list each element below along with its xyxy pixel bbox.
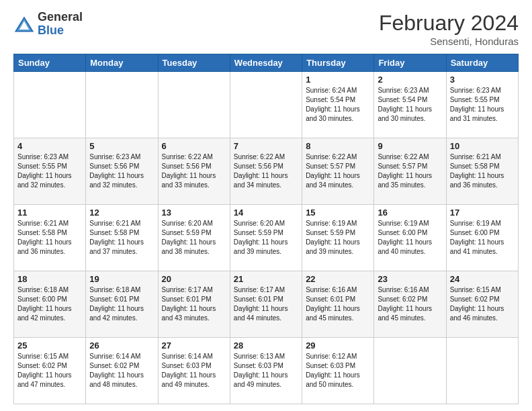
day-info: Sunrise: 6:16 AM Sunset: 6:02 PM Dayligh… [378, 285, 442, 323]
day-info: Sunrise: 6:19 AM Sunset: 5:59 PM Dayligh… [306, 219, 370, 257]
day-number: 12 [89, 208, 154, 218]
day-info: Sunrise: 6:20 AM Sunset: 5:59 PM Dayligh… [234, 219, 298, 257]
day-number: 20 [162, 274, 226, 284]
weekday-header-thursday: Thursday [302, 54, 374, 72]
day-info: Sunrise: 6:23 AM Sunset: 5:55 PM Dayligh… [450, 86, 515, 124]
calendar-cell: 26Sunrise: 6:14 AM Sunset: 6:02 PM Dayli… [86, 338, 158, 404]
calendar-cell: 7Sunrise: 6:22 AM Sunset: 5:56 PM Daylig… [230, 138, 302, 205]
day-number: 23 [378, 274, 442, 284]
day-info: Sunrise: 6:16 AM Sunset: 6:01 PM Dayligh… [306, 285, 370, 323]
day-info: Sunrise: 6:15 AM Sunset: 6:02 PM Dayligh… [450, 285, 515, 323]
header-right: February 2024 Sensenti, Honduras [379, 11, 519, 47]
week-row-3: 18Sunrise: 6:18 AM Sunset: 6:00 PM Dayli… [14, 271, 519, 338]
day-info: Sunrise: 6:22 AM Sunset: 5:57 PM Dayligh… [378, 152, 442, 190]
weekday-header-row: SundayMondayTuesdayWednesdayThursdayFrid… [14, 54, 519, 72]
calendar-cell: 23Sunrise: 6:16 AM Sunset: 6:02 PM Dayli… [374, 271, 446, 338]
calendar-cell: 14Sunrise: 6:20 AM Sunset: 5:59 PM Dayli… [230, 205, 302, 271]
day-info: Sunrise: 6:19 AM Sunset: 6:00 PM Dayligh… [378, 219, 442, 257]
day-info: Sunrise: 6:17 AM Sunset: 6:01 PM Dayligh… [234, 285, 298, 323]
day-number: 28 [234, 340, 298, 351]
calendar-cell: 2Sunrise: 6:23 AM Sunset: 5:54 PM Daylig… [374, 72, 446, 138]
day-number: 25 [17, 340, 82, 351]
calendar-cell: 16Sunrise: 6:19 AM Sunset: 6:00 PM Dayli… [374, 205, 446, 271]
day-number: 17 [450, 208, 515, 218]
calendar-table: SundayMondayTuesdayWednesdayThursdayFrid… [13, 54, 519, 404]
weekday-header-tuesday: Tuesday [158, 54, 230, 72]
day-info: Sunrise: 6:24 AM Sunset: 5:54 PM Dayligh… [306, 86, 370, 124]
day-number: 8 [306, 141, 370, 151]
day-info: Sunrise: 6:15 AM Sunset: 6:02 PM Dayligh… [17, 352, 82, 390]
location: Sensenti, Honduras [379, 36, 519, 47]
calendar-cell: 13Sunrise: 6:20 AM Sunset: 5:59 PM Dayli… [158, 205, 230, 271]
day-number: 10 [450, 141, 515, 151]
calendar-cell [230, 72, 302, 138]
day-number: 1 [306, 75, 370, 85]
day-number: 4 [17, 141, 82, 151]
day-number: 13 [162, 208, 226, 218]
calendar-cell [14, 72, 86, 138]
day-info: Sunrise: 6:22 AM Sunset: 5:56 PM Dayligh… [234, 152, 298, 190]
day-info: Sunrise: 6:14 AM Sunset: 6:03 PM Dayligh… [162, 352, 226, 390]
calendar-cell [374, 338, 446, 404]
day-info: Sunrise: 6:17 AM Sunset: 6:01 PM Dayligh… [162, 285, 226, 323]
day-number: 21 [234, 274, 298, 284]
day-number: 7 [234, 141, 298, 151]
calendar-cell: 5Sunrise: 6:23 AM Sunset: 5:56 PM Daylig… [86, 138, 158, 205]
calendar-cell: 21Sunrise: 6:17 AM Sunset: 6:01 PM Dayli… [230, 271, 302, 338]
calendar-cell: 17Sunrise: 6:19 AM Sunset: 6:00 PM Dayli… [446, 205, 518, 271]
day-number: 6 [162, 141, 226, 151]
day-info: Sunrise: 6:23 AM Sunset: 5:54 PM Dayligh… [378, 86, 442, 124]
calendar-cell: 24Sunrise: 6:15 AM Sunset: 6:02 PM Dayli… [446, 271, 518, 338]
logo-general-text: General [38, 11, 83, 24]
day-number: 19 [89, 274, 154, 284]
weekday-header-monday: Monday [86, 54, 158, 72]
calendar-cell [158, 72, 230, 138]
day-number: 27 [162, 340, 226, 351]
day-number: 9 [378, 141, 442, 151]
day-number: 5 [89, 141, 154, 151]
calendar-cell: 28Sunrise: 6:13 AM Sunset: 6:03 PM Dayli… [230, 338, 302, 404]
day-number: 15 [306, 208, 370, 218]
day-number: 16 [378, 208, 442, 218]
calendar-cell: 29Sunrise: 6:12 AM Sunset: 6:03 PM Dayli… [302, 338, 374, 404]
day-info: Sunrise: 6:22 AM Sunset: 5:56 PM Dayligh… [162, 152, 226, 190]
logo-blue-text: Blue [38, 24, 83, 38]
day-info: Sunrise: 6:14 AM Sunset: 6:02 PM Dayligh… [89, 352, 154, 390]
day-info: Sunrise: 6:21 AM Sunset: 5:58 PM Dayligh… [89, 219, 154, 257]
calendar-cell: 9Sunrise: 6:22 AM Sunset: 5:57 PM Daylig… [374, 138, 446, 205]
calendar-cell: 10Sunrise: 6:21 AM Sunset: 5:58 PM Dayli… [446, 138, 518, 205]
day-number: 18 [17, 274, 82, 284]
calendar-cell [446, 338, 518, 404]
calendar-cell: 18Sunrise: 6:18 AM Sunset: 6:00 PM Dayli… [14, 271, 86, 338]
calendar-cell: 19Sunrise: 6:18 AM Sunset: 6:01 PM Dayli… [86, 271, 158, 338]
day-info: Sunrise: 6:21 AM Sunset: 5:58 PM Dayligh… [450, 152, 515, 190]
page: General Blue February 2024 Sensenti, Hon… [0, 0, 532, 411]
calendar-cell: 12Sunrise: 6:21 AM Sunset: 5:58 PM Dayli… [86, 205, 158, 271]
day-number: 22 [306, 274, 370, 284]
day-info: Sunrise: 6:23 AM Sunset: 5:56 PM Dayligh… [89, 152, 154, 190]
calendar-cell: 15Sunrise: 6:19 AM Sunset: 5:59 PM Dayli… [302, 205, 374, 271]
calendar-cell: 4Sunrise: 6:23 AM Sunset: 5:55 PM Daylig… [14, 138, 86, 205]
calendar-cell [86, 72, 158, 138]
calendar-cell: 3Sunrise: 6:23 AM Sunset: 5:55 PM Daylig… [446, 72, 518, 138]
day-info: Sunrise: 6:18 AM Sunset: 6:00 PM Dayligh… [17, 285, 82, 323]
month-year: February 2024 [379, 11, 519, 36]
day-number: 29 [306, 340, 370, 351]
calendar-cell: 1Sunrise: 6:24 AM Sunset: 5:54 PM Daylig… [302, 72, 374, 138]
week-row-0: 1Sunrise: 6:24 AM Sunset: 5:54 PM Daylig… [14, 72, 519, 138]
day-number: 11 [17, 208, 82, 218]
day-number: 26 [89, 340, 154, 351]
calendar-cell: 8Sunrise: 6:22 AM Sunset: 5:57 PM Daylig… [302, 138, 374, 205]
weekday-header-saturday: Saturday [446, 54, 518, 72]
week-row-4: 25Sunrise: 6:15 AM Sunset: 6:02 PM Dayli… [14, 338, 519, 404]
weekday-header-wednesday: Wednesday [230, 54, 302, 72]
day-info: Sunrise: 6:18 AM Sunset: 6:01 PM Dayligh… [89, 285, 154, 323]
day-info: Sunrise: 6:21 AM Sunset: 5:58 PM Dayligh… [17, 219, 82, 257]
day-info: Sunrise: 6:12 AM Sunset: 6:03 PM Dayligh… [306, 352, 370, 390]
day-info: Sunrise: 6:20 AM Sunset: 5:59 PM Dayligh… [162, 219, 226, 257]
weekday-header-sunday: Sunday [14, 54, 86, 72]
day-info: Sunrise: 6:22 AM Sunset: 5:57 PM Dayligh… [306, 152, 370, 190]
logo: General Blue [13, 11, 83, 38]
calendar-cell: 22Sunrise: 6:16 AM Sunset: 6:01 PM Dayli… [302, 271, 374, 338]
calendar-cell: 25Sunrise: 6:15 AM Sunset: 6:02 PM Dayli… [14, 338, 86, 404]
